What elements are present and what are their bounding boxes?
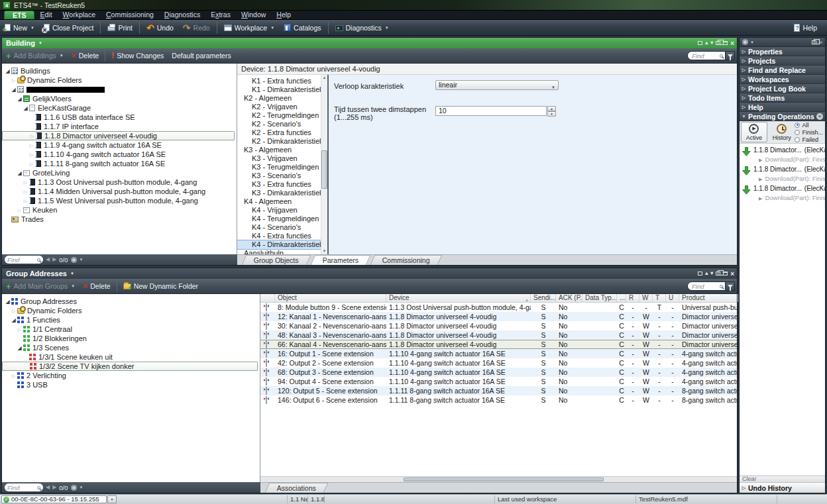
table-row[interactable]: 68: Output 3 - Scene extension1.1.10 4-g… [260,368,737,377]
panel-dropdown-icon[interactable]: ▼ [38,41,42,45]
diagnostics-button[interactable]: Diagnostics▼ [331,23,394,33]
param-page-item[interactable]: K2 - Algemeen [237,94,321,103]
tree-item[interactable]: ◢GelijkVloers [2,94,235,103]
param-page-item[interactable]: K1 - Dimkarakteristiek [237,85,321,94]
maximize-icon[interactable] [723,41,728,45]
expander-open-icon[interactable]: ◢ [16,170,23,177]
building-find-input[interactable]: Find [687,51,726,60]
radio-icon[interactable] [795,123,800,128]
param-page-item[interactable]: K4 - Vrijgaven [237,206,321,215]
column-header-product[interactable]: Product [679,294,738,302]
default-parameters-button[interactable]: Default parameters [168,51,235,60]
expander-open-icon[interactable]: ◢ [10,317,17,324]
param-page-item[interactable]: K4 - Scenario's [237,223,321,232]
tree-item[interactable]: 3 USB [2,380,258,389]
column-header-data-typ[interactable]: Data Typ... [582,294,617,302]
column-header-object[interactable]: Object [275,294,386,302]
expander-open-icon[interactable]: ◢ [4,298,11,305]
expander-closed-icon[interactable]: ▷ [16,207,23,214]
scrollbar-thumb[interactable] [321,150,327,189]
print-button[interactable]: Print [103,23,137,33]
gear-icon[interactable] [71,257,77,263]
column-header-t[interactable]: T [653,294,666,302]
menu-help[interactable]: Help [271,11,296,19]
gear-icon[interactable] [742,39,748,45]
tree-item[interactable]: ◢GroteLiving [2,168,235,177]
tree-item[interactable]: 1.1.7 IP interface [2,122,235,131]
scrollbar-thumb[interactable] [404,478,604,481]
pending-operation-item[interactable]: 1.1.8 Dimactor...(ElecKastGarage)▶Downlo… [740,184,825,203]
filter-button[interactable] [726,281,735,291]
tree-item[interactable]: ▷Keuken [2,205,235,215]
close-icon[interactable]: × [730,271,734,277]
workplace-button[interactable]: Workplace▼ [219,23,279,33]
param-page-item[interactable]: K2 - Dimkarakteristiek [237,137,321,146]
table-row[interactable]: 12: Kanaal 1 - Nevenscenario-aansluiting… [260,312,737,321]
history-tab-button[interactable]: History [769,122,795,142]
param-input[interactable]: 10 [435,106,547,116]
radio-icon[interactable] [795,137,800,142]
new-dynamic-folder-button[interactable]: New Dynamic Folder [119,281,202,291]
connection-dropdown-button[interactable]: ▼ [107,495,117,503]
tree-item[interactable]: ▷1.1.8 Dimactor universeel 4-voudig [2,131,235,140]
add-buildings-button[interactable]: + Add Buildings▼ [2,51,68,60]
tree-item[interactable]: ◢Buildings [2,66,235,76]
tree-item[interactable]: ▷1.1.11 8-gang switch actuator 16A SE [2,159,235,168]
param-page-item[interactable]: K3 - Algemeen [237,146,321,154]
column-header-sendi[interactable]: Sendi... [531,294,556,302]
menu-commissioning[interactable]: Commissioning [101,11,159,19]
filter-button[interactable] [726,51,735,60]
new-button[interactable]: + New▼ [0,23,39,33]
param-page-item[interactable]: K3 - Extra functies [237,180,321,189]
param-page-item[interactable]: K3 - Scenario's [237,172,321,180]
tree-item[interactable]: ▷2 Verlichting [2,371,258,380]
sidebar-panel-pending-operations[interactable]: ▾ Pending Operations × [740,112,825,121]
param-page-item[interactable]: K2 - Terugmeldingen [237,111,321,120]
building-findbar-input[interactable]: Find [5,256,43,264]
tree-item[interactable]: ◢Group Addresses [2,297,258,306]
filter-failed[interactable]: Failed [795,136,823,143]
menu-ets[interactable]: ETS [4,11,34,19]
radio-icon[interactable] [795,130,800,135]
menu-edit[interactable]: Edit [34,11,57,19]
param-page-item[interactable]: K4 - Dimkarakteristiek [237,240,321,249]
undo-button[interactable]: ↶ Undo [142,23,178,33]
tree-item[interactable]: ▷1.1.5 West Universal push-button module… [2,196,235,205]
menu-window[interactable]: Window [236,11,271,19]
param-page-item[interactable]: K2 - Scenario's [237,120,321,128]
column-header-ack-p[interactable]: ACK (P... [556,294,582,302]
tree-item[interactable]: ◢1 Functies [2,315,258,325]
tab-associations[interactable]: Associations [265,483,329,493]
table-row[interactable]: 48: Kanaal 3 - Nevenscenario-aansluiting… [260,330,737,340]
clear-button[interactable]: Clear [740,476,825,483]
find-next-icon[interactable]: ▶ [52,256,56,263]
sidebar-panel-undo-history[interactable]: ▷ Undo History [740,483,825,493]
column-header-u[interactable]: U [666,294,679,302]
tree-item-redacted[interactable]: ◢ [2,85,235,94]
expander-closed-icon[interactable]: ▷ [28,142,35,149]
expander-closed-icon[interactable]: ▷ [28,160,35,168]
tree-item[interactable]: ▷1.1.9 4-gang switch actuator 16A SE [2,140,235,150]
expander-closed-icon[interactable]: ▷ [28,151,35,158]
filter-finish[interactable]: Finish... [795,129,823,136]
scroll-down-icon[interactable]: ▾ [710,271,713,276]
maximize-icon[interactable] [723,272,728,276]
sidebar-panel-find-and-replace[interactable]: ▷Find and Replace [740,66,825,75]
expander-closed-icon[interactable]: ▶ [759,196,762,201]
expander-closed-icon[interactable]: ▷ [10,307,17,315]
dock-icon[interactable] [698,41,702,45]
expander-closed-icon[interactable]: ▷ [10,77,17,84]
catalogs-button[interactable]: Catalogs [279,23,325,33]
delete-button[interactable]: × Delete [68,51,103,60]
tree-item[interactable]: ▷1.1.4 Midden Universal push-button modu… [2,187,235,196]
active-tab-button[interactable]: ▶ Active [741,122,767,142]
show-changes-button[interactable]: ! Show Changes [107,51,168,60]
column-header-device[interactable]: Device▲ [386,294,531,302]
building-panel-header[interactable]: Building ▼ ▴ ▾ × [2,38,737,48]
expander-closed-icon[interactable]: ▶ [759,177,762,181]
tab-group-objects[interactable]: Group Objects [242,255,311,265]
scroll-up-icon[interactable]: ▴ [705,40,708,46]
column-header-r[interactable]: R [626,294,639,302]
param-list-scrollbar[interactable]: ▲ ▼ [321,75,327,254]
expander-open-icon[interactable]: ◢ [4,68,11,75]
